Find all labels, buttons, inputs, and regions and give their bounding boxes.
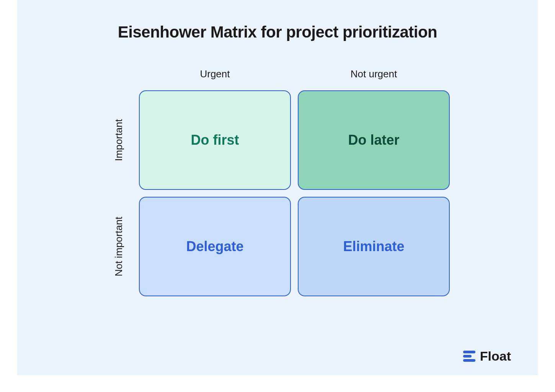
quadrant-label: Do first (191, 132, 239, 148)
quadrant-do-first: Do first (139, 90, 291, 190)
quadrant-do-later: Do later (298, 90, 450, 190)
eisenhower-matrix: Urgent Not urgent Important Do first Do … (105, 64, 450, 296)
quadrant-label: Do later (348, 132, 399, 148)
quadrant-label: Eliminate (343, 238, 404, 255)
quadrant-label: Delegate (186, 238, 243, 255)
row-header-not-important: Not important (113, 217, 125, 276)
svg-rect-2 (463, 359, 475, 362)
brand-badge: Float (463, 349, 511, 364)
column-header-not-urgent: Not urgent (298, 68, 450, 80)
column-header-urgent: Urgent (139, 68, 291, 80)
brand-name: Float (480, 349, 511, 364)
diagram-title: Eisenhower Matrix for project prioritiza… (44, 23, 511, 41)
quadrant-delegate: Delegate (139, 197, 291, 296)
quadrant-eliminate: Eliminate (298, 197, 450, 296)
diagram-canvas: Eisenhower Matrix for project prioritiza… (17, 0, 538, 375)
row-header-important: Important (113, 119, 125, 161)
svg-rect-1 (463, 355, 472, 358)
grid-spacer (105, 64, 132, 83)
svg-rect-0 (463, 351, 475, 353)
float-logo-icon (463, 351, 476, 362)
